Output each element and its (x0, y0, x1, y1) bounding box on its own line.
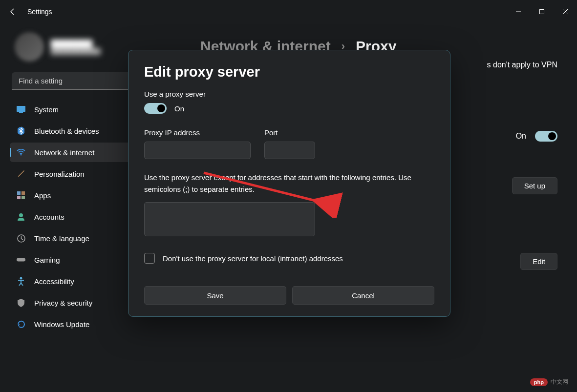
user-info: ████████ ████████████ (51, 40, 101, 55)
wifi-icon (17, 148, 25, 157)
sidebar-item-label: Windows Update (34, 320, 89, 329)
back-button[interactable] (9, 8, 17, 16)
svg-rect-14 (17, 258, 25, 261)
sidebar-item-label: Time & language (34, 234, 89, 243)
system-icon (17, 105, 25, 114)
ip-label: Proxy IP address (144, 128, 251, 137)
svg-rect-9 (21, 191, 25, 195)
dialog-buttons: Save Cancel (144, 286, 434, 305)
local-checkbox-label: Don't use the proxy server for local (in… (163, 254, 343, 263)
use-proxy-toggle[interactable] (144, 103, 167, 114)
local-checkbox-row: Don't use the proxy server for local (in… (144, 253, 434, 264)
svg-rect-1 (540, 10, 544, 14)
sidebar-item-label: Apps (34, 191, 51, 200)
sidebar-item-label: Privacy & security (34, 299, 92, 307)
sidebar-item-label: Accessibility (34, 277, 74, 286)
toggle-label: On (516, 132, 526, 141)
edit-proxy-dialog: Edit proxy server Use a proxy server On … (128, 50, 450, 317)
titlebar-left: Settings (9, 8, 52, 16)
minimize-icon (515, 9, 521, 15)
sidebar-item-gaming[interactable]: Gaming (10, 250, 136, 269)
titlebar: Settings (0, 0, 577, 23)
sidebar-item-apps[interactable]: Apps (10, 186, 136, 205)
sidebar-item-bluetooth[interactable]: Bluetooth & devices (10, 121, 136, 141)
svg-rect-4 (17, 106, 25, 112)
sidebar: ████████ ████████████ System Bluetooth &… (0, 23, 142, 392)
watermark: php 中文网 (530, 378, 568, 386)
apps-icon (17, 191, 25, 200)
proxy-port-input[interactable] (264, 142, 315, 159)
sidebar-item-network[interactable]: Network & internet (10, 143, 136, 162)
edit-button[interactable]: Edit (520, 253, 557, 270)
maximize-button[interactable] (530, 2, 554, 21)
auto-detect-row: On (516, 131, 557, 142)
setup-button[interactable]: Set up (512, 177, 557, 194)
svg-rect-11 (21, 196, 25, 199)
exceptions-textarea[interactable] (144, 202, 315, 236)
minimize-button[interactable] (507, 2, 530, 21)
sidebar-item-update[interactable]: Windows Update (10, 314, 136, 334)
sidebar-item-privacy[interactable]: Privacy & security (10, 293, 136, 312)
user-profile[interactable]: ████████ ████████████ (10, 23, 136, 72)
user-name: ████████ (51, 40, 101, 48)
app-title: Settings (27, 8, 52, 16)
auto-detect-toggle[interactable] (535, 131, 557, 142)
sidebar-item-label: Personalization (34, 170, 85, 178)
close-button[interactable] (554, 2, 577, 21)
shield-icon (17, 298, 25, 307)
toggle-state-label: On (174, 104, 184, 113)
local-intranet-checkbox[interactable] (144, 253, 155, 264)
svg-point-7 (21, 154, 22, 156)
dialog-title: Edit proxy server (144, 64, 434, 80)
search-input[interactable] (12, 72, 134, 90)
watermark-badge: php (530, 378, 548, 386)
port-field-col: Port (264, 128, 315, 159)
bluetooth-icon (17, 126, 25, 135)
window-controls (507, 2, 577, 21)
sidebar-item-accounts[interactable]: Accounts (10, 207, 136, 227)
sidebar-item-label: Network & internet (34, 148, 94, 157)
use-proxy-label: Use a proxy server (144, 90, 434, 98)
manual-proxy-row: Edit (520, 253, 557, 270)
use-proxy-toggle-row: On (144, 103, 434, 114)
svg-rect-8 (17, 191, 21, 195)
clock-icon (17, 234, 25, 243)
setup-script-row: Set up (512, 177, 557, 194)
maximize-icon (539, 9, 545, 15)
save-button[interactable]: Save (144, 286, 286, 305)
sidebar-item-label: Bluetooth & devices (34, 127, 99, 135)
sidebar-item-accessibility[interactable]: Accessibility (10, 271, 136, 291)
sidebar-item-time[interactable]: Time & language (10, 228, 136, 248)
cancel-button[interactable]: Cancel (292, 286, 434, 305)
arrow-left-icon (9, 8, 17, 16)
sidebar-item-personalization[interactable]: Personalization (10, 164, 136, 184)
brush-icon (17, 169, 25, 178)
person-icon (17, 212, 25, 221)
svg-point-12 (19, 213, 23, 217)
exceptions-help-text: Use the proxy server except for addresse… (144, 172, 434, 195)
svg-rect-10 (17, 196, 21, 199)
proxy-ip-input[interactable] (144, 142, 251, 159)
sidebar-item-label: Gaming (34, 256, 60, 264)
accessibility-icon (17, 277, 25, 286)
sidebar-item-label: Accounts (34, 213, 64, 221)
svg-point-15 (20, 277, 22, 280)
svg-rect-5 (19, 112, 23, 113)
ip-field-col: Proxy IP address (144, 128, 251, 159)
ip-port-row: Proxy IP address Port (144, 128, 434, 159)
avatar (15, 32, 44, 62)
nav-list: System Bluetooth & devices Network & int… (10, 100, 136, 334)
update-icon (17, 320, 25, 329)
gamepad-icon (17, 255, 25, 264)
close-icon (562, 9, 568, 15)
sidebar-item-label: System (34, 105, 59, 114)
vpn-hint-text: s don't apply to VPN (487, 61, 557, 69)
sidebar-item-system[interactable]: System (10, 100, 136, 119)
user-email: ████████████ (51, 48, 101, 55)
port-label: Port (264, 128, 315, 137)
watermark-text: 中文网 (551, 378, 568, 386)
